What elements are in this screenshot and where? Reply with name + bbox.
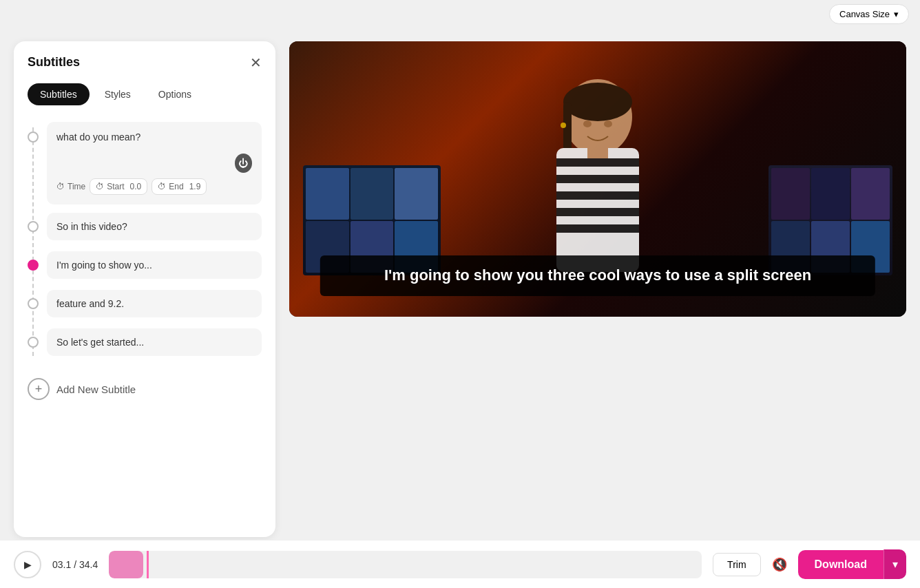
chevron-down-icon: ▾ [894, 9, 899, 19]
clock-icon: ⏱ [56, 182, 65, 191]
trim-button[interactable]: Trim [713, 553, 760, 576]
end-time-input[interactable]: ⏱ End 1.9 [151, 178, 207, 195]
timeline-dot-2 [28, 221, 39, 232]
svg-rect-7 [556, 208, 639, 216]
add-circle-icon: + [28, 378, 50, 400]
person-silhouette [488, 76, 708, 282]
canvas-size-button[interactable]: Canvas Size ▾ [829, 4, 909, 24]
time-display: 03.1 / 34.4 [52, 559, 98, 570]
timeline-dot-3 [28, 260, 39, 271]
svg-rect-9 [587, 145, 608, 158]
timeline-line [32, 127, 34, 356]
start-time-input[interactable]: ⏱ Start 0.0 [90, 178, 147, 195]
subtitle-row: So in this video? [47, 213, 262, 240]
end-clock-icon: ⏱ [158, 182, 166, 191]
subtitle-text-4: feature and 9.2. [56, 298, 124, 309]
timeline-dot-1 [28, 132, 39, 143]
subtitle-text-3: I'm going to show yo... [56, 260, 152, 271]
subtitle-overlay: I'm going to show you three cool ways to… [320, 255, 875, 296]
panel-header: Subtitles ✕ [28, 55, 262, 70]
subtitles-panel: Subtitles ✕ Subtitles Styles Options wha… [14, 41, 275, 537]
svg-point-12 [561, 123, 566, 128]
subtitle-overlay-text: I'm going to show you three cool ways to… [384, 266, 811, 284]
subtitle-card-3[interactable]: I'm going to show yo... [47, 251, 262, 279]
top-bar: Canvas Size ▾ [829, 0, 920, 28]
subtitle-row: what do you mean? ⏻ ⏱ Time ⏱ Start 0.0 [47, 122, 262, 204]
add-subtitle-button[interactable]: + Add New Subtitle [28, 378, 136, 400]
tabs: Subtitles Styles Options [28, 83, 262, 105]
svg-point-1 [563, 83, 632, 121]
subtitle-row: I'm going to show yo... [47, 251, 262, 279]
download-button[interactable]: Download [798, 550, 884, 579]
time-separator: / [74, 559, 79, 570]
timeline-progress [109, 551, 143, 578]
canvas-size-label: Canvas Size [839, 9, 890, 19]
subtitle-card-5[interactable]: So let's get started... [47, 328, 262, 356]
add-subtitle-label: Add New Subtitle [56, 384, 136, 395]
close-button[interactable]: ✕ [250, 56, 262, 70]
chevron-down-icon: ▾ [892, 558, 898, 570]
video-background: I'm going to show you three cool ways to… [289, 41, 906, 317]
play-icon: ▶ [24, 559, 32, 570]
svg-rect-5 [556, 175, 639, 183]
subtitle-row: feature and 9.2. [47, 290, 262, 317]
tab-options[interactable]: Options [146, 83, 204, 105]
svg-point-11 [604, 120, 612, 127]
expanded-subtitle-card[interactable]: what do you mean? ⏻ ⏱ Time ⏱ Start 0.0 [47, 122, 262, 204]
play-button[interactable]: ▶ [14, 551, 41, 578]
current-time: 03.1 [52, 559, 71, 570]
svg-point-10 [583, 120, 592, 127]
timeline-dot-4 [28, 298, 39, 309]
svg-rect-4 [556, 158, 639, 167]
subtitle-text-5: So let's get started... [56, 337, 144, 348]
volume-button[interactable]: 🔇 [772, 557, 787, 572]
total-time: 34.4 [79, 559, 98, 570]
timeline-bar[interactable] [109, 551, 702, 578]
timeline-thumb [147, 551, 149, 578]
timeline-dot-5 [28, 337, 39, 348]
subtitle-textarea-1[interactable]: what do you mean? [56, 132, 235, 173]
time-label: ⏱ Time [56, 182, 85, 191]
subtitle-card-2[interactable]: So in this video? [47, 213, 262, 240]
main-area: Subtitles ✕ Subtitles Styles Options wha… [0, 28, 920, 540]
svg-rect-6 [556, 191, 639, 200]
tab-styles[interactable]: Styles [92, 83, 143, 105]
download-button-group: Download ▾ [798, 549, 906, 579]
svg-rect-8 [556, 224, 639, 233]
subtitle-card-4[interactable]: feature and 9.2. [47, 290, 262, 317]
tab-subtitles[interactable]: Subtitles [28, 83, 90, 105]
panel-title: Subtitles [28, 55, 80, 70]
power-button[interactable]: ⏻ [235, 154, 252, 173]
volume-muted-icon: 🔇 [772, 558, 787, 571]
timeline-area: what do you mean? ⏻ ⏱ Time ⏱ Start 0.0 [28, 122, 262, 361]
start-clock-icon: ⏱ [96, 182, 104, 191]
video-preview: I'm going to show you three cool ways to… [289, 41, 906, 317]
bottom-bar: ▶ 03.1 / 34.4 Trim 🔇 Download ▾ [0, 540, 920, 588]
subtitle-row: So let's get started... [47, 328, 262, 356]
time-controls: ⏱ Time ⏱ Start 0.0 ⏱ End 1.9 [56, 178, 252, 195]
subtitle-text-2: So in this video? [56, 221, 127, 232]
download-dropdown-button[interactable]: ▾ [884, 549, 906, 579]
